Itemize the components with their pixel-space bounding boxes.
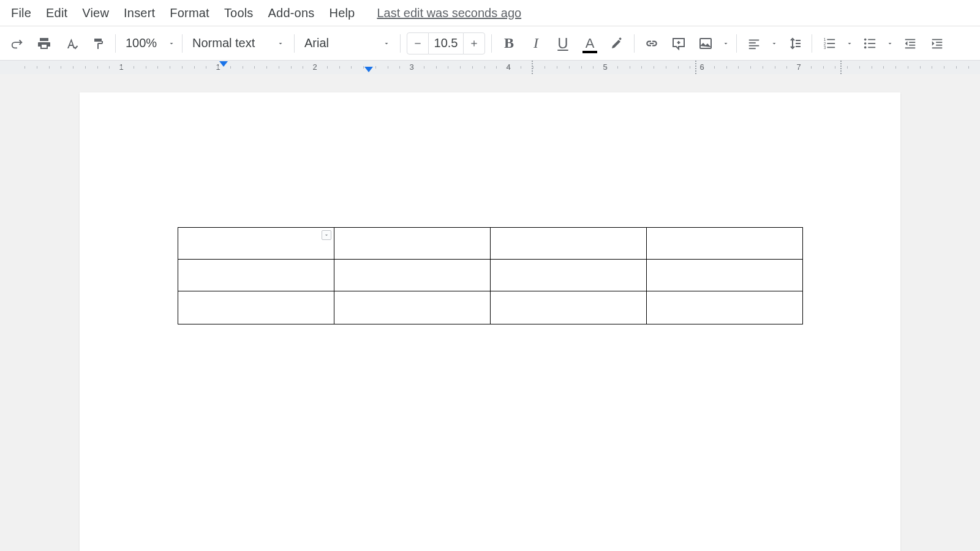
table-cell[interactable] bbox=[647, 260, 803, 291]
svg-rect-0 bbox=[415, 43, 420, 43]
svg-rect-27 bbox=[905, 47, 916, 48]
table-cell[interactable] bbox=[647, 228, 803, 260]
separator bbox=[491, 34, 492, 53]
chevron-down-icon bbox=[323, 232, 330, 238]
link-icon bbox=[644, 36, 660, 51]
svg-rect-26 bbox=[909, 44, 915, 45]
insert-image-button[interactable] bbox=[695, 32, 717, 54]
table-row[interactable] bbox=[178, 228, 803, 260]
left-indent-marker[interactable] bbox=[219, 61, 228, 67]
table-cell[interactable] bbox=[647, 291, 803, 324]
chevron-down-icon bbox=[277, 36, 284, 50]
menu-insert[interactable]: Insert bbox=[116, 4, 162, 23]
menu-help[interactable]: Help bbox=[322, 4, 362, 23]
line-spacing-icon bbox=[787, 36, 802, 51]
svg-rect-16 bbox=[827, 43, 835, 44]
table-cell[interactable] bbox=[334, 291, 491, 324]
svg-rect-11 bbox=[796, 46, 801, 47]
cell-options-button[interactable] bbox=[322, 230, 331, 240]
column-guide[interactable] bbox=[532, 61, 533, 74]
svg-point-20 bbox=[864, 46, 867, 48]
align-left-icon bbox=[747, 37, 761, 50]
paint-format-button[interactable] bbox=[87, 32, 109, 54]
last-edit-link[interactable]: Last edit was seconds ago bbox=[377, 6, 521, 20]
svg-rect-15 bbox=[827, 39, 835, 40]
document-table[interactable] bbox=[178, 227, 803, 324]
bulleted-list-button[interactable] bbox=[859, 32, 881, 54]
paint-roller-icon bbox=[91, 36, 105, 51]
paragraph-style-select[interactable]: Normal text bbox=[186, 32, 290, 54]
svg-rect-8 bbox=[792, 40, 793, 47]
font-size-decrease-button[interactable] bbox=[407, 32, 429, 54]
font-size-increase-button[interactable] bbox=[463, 32, 485, 54]
svg-rect-7 bbox=[749, 48, 756, 49]
menu-addons[interactable]: Add-ons bbox=[261, 4, 322, 23]
svg-rect-30 bbox=[936, 44, 942, 45]
column-guide[interactable] bbox=[695, 61, 696, 74]
align-group bbox=[741, 32, 781, 54]
menu-file[interactable]: File bbox=[4, 4, 39, 23]
table-cell[interactable] bbox=[491, 228, 647, 260]
increase-indent-button[interactable] bbox=[926, 32, 948, 54]
svg-rect-6 bbox=[749, 45, 760, 46]
menu-tools[interactable]: Tools bbox=[217, 4, 261, 23]
add-comment-button[interactable] bbox=[668, 32, 690, 54]
table-cell[interactable] bbox=[178, 260, 334, 291]
table-row[interactable] bbox=[178, 291, 803, 324]
align-menu-button[interactable] bbox=[767, 32, 781, 54]
numbered-list-group: 123 bbox=[816, 32, 856, 54]
svg-rect-10 bbox=[796, 43, 801, 44]
menu-edit[interactable]: Edit bbox=[39, 4, 75, 23]
font-family-select[interactable]: Arial bbox=[298, 32, 396, 54]
spellcheck-icon bbox=[64, 36, 78, 51]
font-size-input[interactable] bbox=[429, 32, 463, 54]
text-color-button[interactable]: A bbox=[579, 32, 601, 54]
highlight-color-button[interactable] bbox=[606, 32, 628, 54]
column-guide[interactable] bbox=[840, 61, 842, 74]
line-spacing-button[interactable] bbox=[783, 32, 805, 54]
numbered-list-menu-button[interactable] bbox=[843, 32, 856, 54]
insert-image-menu-button[interactable] bbox=[719, 32, 733, 54]
underline-button[interactable]: U bbox=[552, 32, 574, 54]
svg-rect-21 bbox=[868, 39, 875, 40]
separator bbox=[294, 34, 295, 53]
bulleted-list-menu-button[interactable] bbox=[883, 32, 897, 54]
print-button[interactable] bbox=[33, 32, 55, 54]
zoom-value: 100% bbox=[126, 36, 157, 50]
table-cell[interactable] bbox=[334, 228, 491, 260]
numbered-list-icon: 123 bbox=[823, 37, 836, 50]
table-row[interactable] bbox=[178, 260, 803, 291]
svg-rect-2 bbox=[473, 40, 474, 46]
table-cell[interactable] bbox=[178, 228, 334, 260]
indent-decrease-icon bbox=[903, 37, 917, 50]
table-cell[interactable] bbox=[491, 291, 647, 324]
chevron-down-icon bbox=[886, 40, 894, 47]
separator bbox=[182, 34, 183, 53]
image-icon bbox=[698, 36, 713, 51]
table-cell[interactable] bbox=[178, 291, 334, 324]
table-cell[interactable] bbox=[491, 260, 647, 291]
numbered-list-button[interactable]: 123 bbox=[818, 32, 840, 54]
table-cell[interactable] bbox=[334, 260, 491, 291]
menu-format[interactable]: Format bbox=[162, 4, 217, 23]
zoom-select[interactable]: 100% bbox=[119, 32, 178, 54]
align-button[interactable] bbox=[743, 32, 765, 54]
insert-link-button[interactable] bbox=[641, 32, 663, 54]
redo-button[interactable] bbox=[6, 32, 28, 54]
bold-button[interactable]: B bbox=[498, 32, 520, 54]
italic-button[interactable]: I bbox=[525, 32, 547, 54]
toolbar: 100% Normal text Arial B I U bbox=[0, 26, 980, 61]
underline-icon: U bbox=[557, 35, 568, 52]
first-line-indent-marker[interactable] bbox=[364, 67, 373, 72]
document-page[interactable] bbox=[80, 92, 900, 551]
decrease-indent-button[interactable] bbox=[899, 32, 921, 54]
menu-view[interactable]: View bbox=[75, 4, 116, 23]
horizontal-ruler[interactable]: 11234567 bbox=[0, 61, 980, 74]
indent-increase-icon bbox=[930, 37, 944, 50]
document-canvas[interactable] bbox=[0, 74, 980, 551]
svg-rect-28 bbox=[932, 39, 943, 40]
svg-rect-9 bbox=[796, 40, 801, 41]
svg-rect-5 bbox=[749, 42, 756, 43]
spellcheck-button[interactable] bbox=[60, 32, 82, 54]
separator bbox=[812, 34, 812, 53]
